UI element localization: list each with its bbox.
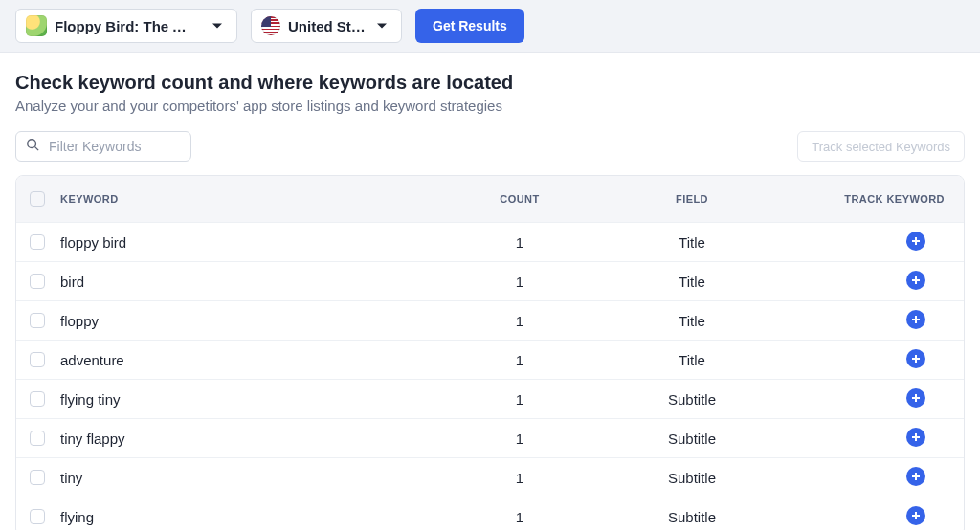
page-title: Check keyword count and where keywords a… bbox=[15, 72, 965, 94]
cell-keyword: flying tiny bbox=[60, 391, 443, 408]
th-field: Field bbox=[596, 193, 788, 205]
cell-field: Subtitle bbox=[596, 509, 788, 525]
row-checkbox[interactable] bbox=[30, 431, 45, 446]
table-row: flying1Subtitle bbox=[16, 497, 964, 530]
search-icon bbox=[26, 138, 39, 155]
cell-count: 1 bbox=[443, 234, 596, 251]
table-row: floppy1Title bbox=[16, 300, 964, 340]
table-row: tiny flappy1Subtitle bbox=[16, 418, 964, 457]
table-row: bird1Title bbox=[16, 261, 964, 300]
cell-track bbox=[788, 428, 950, 450]
row-checkbox[interactable] bbox=[30, 313, 45, 328]
page-subtitle: Analyze your and your competitors' app s… bbox=[15, 98, 965, 114]
toolbar: Track selected Keywords bbox=[15, 131, 965, 162]
chevron-down-icon bbox=[212, 18, 223, 34]
row-checkbox[interactable] bbox=[30, 509, 45, 524]
cell-keyword: tiny flappy bbox=[60, 431, 443, 447]
table-header: Keyword Count Field Track Keyword bbox=[16, 176, 964, 222]
track-keyword-button[interactable] bbox=[906, 428, 925, 447]
track-keyword-button[interactable] bbox=[906, 232, 925, 251]
track-keyword-button[interactable] bbox=[906, 271, 925, 290]
table-row: adventure1Title bbox=[16, 340, 964, 379]
cell-field: Title bbox=[596, 234, 788, 251]
cell-keyword: floppy bird bbox=[60, 234, 443, 251]
track-keyword-button[interactable] bbox=[906, 388, 925, 408]
row-checkbox[interactable] bbox=[30, 470, 45, 485]
country-selector-label: United States bbox=[288, 18, 368, 34]
us-flag-icon bbox=[261, 16, 280, 35]
track-keyword-button[interactable] bbox=[906, 467, 925, 486]
cell-track bbox=[788, 271, 950, 293]
get-results-button[interactable]: Get Results bbox=[415, 9, 524, 43]
cell-field: Subtitle bbox=[596, 391, 788, 408]
cell-field: Subtitle bbox=[596, 431, 788, 447]
cell-field: Subtitle bbox=[596, 470, 788, 486]
cell-keyword: floppy bbox=[60, 313, 443, 329]
svg-line-1 bbox=[35, 147, 39, 151]
table-row: flying tiny1Subtitle bbox=[16, 379, 964, 418]
track-keyword-button[interactable] bbox=[906, 310, 925, 329]
cell-field: Title bbox=[596, 274, 788, 290]
row-checkbox[interactable] bbox=[30, 274, 45, 289]
cell-keyword: tiny bbox=[60, 470, 443, 486]
app-selector[interactable]: Floppy Bird: The Adventu bbox=[15, 9, 237, 43]
country-selector[interactable]: United States bbox=[251, 9, 402, 43]
th-count: Count bbox=[443, 193, 596, 205]
cell-track bbox=[788, 467, 950, 489]
cell-count: 1 bbox=[443, 352, 596, 368]
cell-keyword: flying bbox=[60, 509, 443, 525]
table-body: floppy bird1Titlebird1Titlefloppy1Titlea… bbox=[16, 222, 964, 530]
cell-track bbox=[788, 349, 950, 371]
cell-track bbox=[788, 388, 950, 410]
cell-field: Title bbox=[596, 313, 788, 329]
filter-keywords-input[interactable] bbox=[47, 138, 181, 155]
cell-track bbox=[788, 310, 950, 332]
track-selected-button[interactable]: Track selected Keywords bbox=[797, 131, 965, 162]
row-checkbox[interactable] bbox=[30, 391, 45, 407]
table-row: tiny1Subtitle bbox=[16, 457, 964, 497]
top-bar: Floppy Bird: The Adventu United States G… bbox=[0, 0, 980, 53]
app-icon bbox=[26, 15, 47, 36]
row-checkbox[interactable] bbox=[30, 352, 45, 367]
row-checkbox[interactable] bbox=[30, 234, 45, 250]
table-row: floppy bird1Title bbox=[16, 222, 964, 261]
page-body: Check keyword count and where keywords a… bbox=[0, 53, 980, 530]
cell-field: Title bbox=[596, 352, 788, 368]
track-keyword-button[interactable] bbox=[906, 349, 925, 368]
cell-count: 1 bbox=[443, 431, 596, 447]
select-all-checkbox[interactable] bbox=[30, 191, 45, 207]
th-track: Track Keyword bbox=[788, 193, 950, 205]
track-keyword-button[interactable] bbox=[906, 506, 925, 525]
cell-track bbox=[788, 232, 950, 254]
cell-count: 1 bbox=[443, 470, 596, 486]
app-selector-label: Floppy Bird: The Adventu bbox=[55, 18, 189, 34]
keywords-table: Keyword Count Field Track Keyword floppy… bbox=[15, 175, 965, 530]
cell-count: 1 bbox=[443, 313, 596, 329]
svg-point-0 bbox=[28, 140, 36, 148]
cell-count: 1 bbox=[443, 391, 596, 408]
cell-count: 1 bbox=[443, 274, 596, 290]
cell-keyword: adventure bbox=[60, 352, 443, 368]
th-keyword: Keyword bbox=[60, 193, 443, 205]
chevron-down-icon bbox=[376, 18, 388, 34]
filter-keywords-input-wrap[interactable] bbox=[15, 131, 191, 162]
cell-keyword: bird bbox=[60, 274, 443, 290]
cell-track bbox=[788, 506, 950, 528]
cell-count: 1 bbox=[443, 509, 596, 525]
